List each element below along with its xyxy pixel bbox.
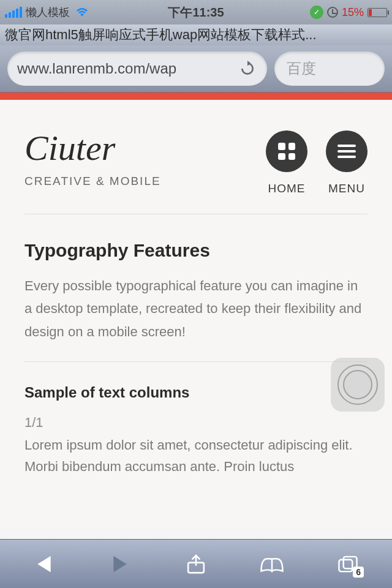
logo-text: Ciuter <box>24 130 266 166</box>
accent-bar <box>0 92 392 100</box>
carrier-label: 懒人模板 <box>26 5 70 20</box>
menu-label: MENU <box>326 182 368 195</box>
assistive-touch-button[interactable] <box>331 358 385 412</box>
back-button[interactable] <box>32 552 56 576</box>
search-placeholder: 百度 <box>287 59 316 78</box>
address-bar[interactable]: www.lanrenmb.com/wap <box>7 51 267 86</box>
signal-icon <box>5 7 22 18</box>
wifi-icon <box>75 7 89 18</box>
section-intro: Every possible typographical feature you… <box>24 274 368 343</box>
forward-button[interactable] <box>108 552 132 576</box>
divider <box>24 361 368 362</box>
alarm-icon <box>327 7 338 18</box>
status-time: 下午11:35 <box>168 4 224 21</box>
menu-button[interactable] <box>326 130 368 172</box>
pages-button[interactable]: 6 <box>336 552 360 576</box>
logo-tagline: CREATIVE & MOBILE <box>24 175 266 188</box>
column-label: 1/1 <box>24 415 368 431</box>
address-bar-row: www.lanrenmb.com/wap 百度 <box>0 45 392 92</box>
subsection-title: Sample of text columns <box>24 384 368 401</box>
column-body: Lorem ipsum dolor sit amet, consectetur … <box>24 434 368 477</box>
home-button[interactable] <box>266 130 307 172</box>
svg-rect-1 <box>339 559 352 571</box>
page-content: Ciuter CREATIVE & MOBILE HOME MENU Typog… <box>0 100 392 529</box>
bookmarks-button[interactable] <box>260 552 284 576</box>
url-text: www.lanrenmb.com/wap <box>17 60 238 77</box>
section-title: Typography Features <box>24 240 368 261</box>
battery-percent: 15% <box>342 6 364 19</box>
browser-toolbar: 6 <box>0 539 392 588</box>
reload-button[interactable] <box>238 59 257 78</box>
search-input[interactable]: 百度 <box>274 51 385 86</box>
status-bar: 懒人模板 下午11:35 ✓ 15% <box>0 0 392 24</box>
divider <box>24 214 368 214</box>
hamburger-icon <box>337 145 356 158</box>
pages-count-badge: 6 <box>353 567 364 578</box>
page-title-bar: 微官网html5触屏响应式手机wap网站模板下载样式... <box>0 24 392 45</box>
grid-icon <box>278 143 295 160</box>
logo-block: Ciuter CREATIVE & MOBILE <box>24 130 266 188</box>
home-label: HOME <box>266 182 307 195</box>
security-badge-icon: ✓ <box>310 6 323 19</box>
battery-icon <box>368 8 387 17</box>
share-button[interactable] <box>184 552 208 576</box>
